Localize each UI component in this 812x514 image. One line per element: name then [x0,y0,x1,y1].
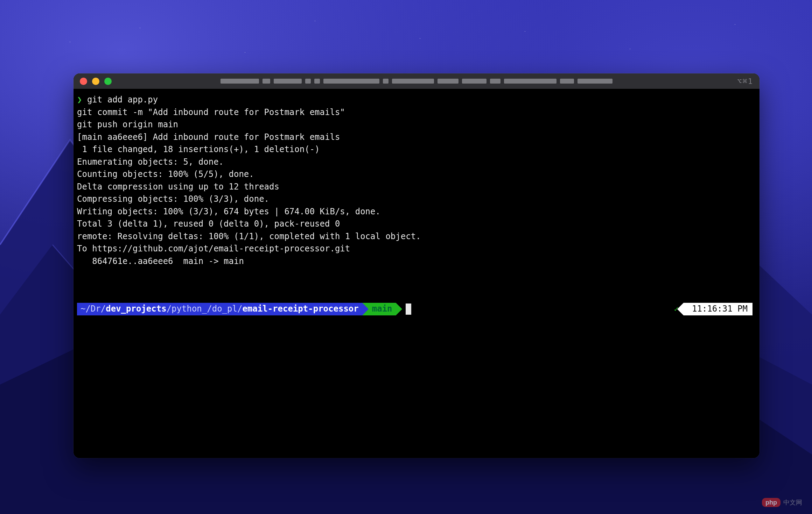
path-part: dev_projects [106,304,166,314]
output-line: Total 3 (delta 1), reused 0 (delta 0), p… [77,218,756,230]
output-line: Enumerating objects: 5, done. [77,156,756,169]
path-separator: / [167,304,172,314]
output-line: [main aa6eee6] Add inbound route for Pos… [77,131,756,144]
output-line: 1 file changed, 18 insertions(+), 1 dele… [77,143,756,156]
close-button[interactable] [80,78,87,85]
terminal-window[interactable]: ⌥⌘1 ❯ git add app.pygit commit -m "Add i… [74,73,760,458]
git-branch-label: main [372,303,392,315]
watermark-badge: php [762,498,780,507]
path-separator: / [101,304,106,314]
output-line: 864761e..aa6eee6 main -> main [77,255,756,268]
output-line: Compressing objects: 100% (3/3), done. [77,193,756,206]
prompt-time-segment: 11:16:31 PM [684,303,752,315]
prompt-right-status: ✓ 11:16:31 PM [674,303,756,315]
prompt-caret-icon: ❯ [77,95,82,105]
path-part: python_ [172,304,207,314]
cursor-block[interactable] [406,304,411,315]
output-line: Counting objects: 100% (5/5), done. [77,168,756,181]
command-line: git add app.py [87,95,158,105]
powerline-prompt[interactable]: ~/Dr/dev_projects/python_/do_pl/email-re… [77,303,756,315]
output-line: Writing objects: 100% (3/3), 674 bytes |… [77,206,756,218]
maximize-button[interactable] [104,78,112,85]
path-part: Dr [91,304,101,314]
output-line: remote: Resolving deltas: 100% (1/1), co… [77,230,756,243]
path-part: do_pl [212,304,237,314]
path-separator: / [207,304,212,314]
output-line: Delta compression using up to 12 threads [77,181,756,193]
terminal-output[interactable]: ❯ git add app.pygit commit -m "Add inbou… [74,89,760,458]
output-line: git push origin main [77,119,756,131]
path-separator: / [237,304,242,314]
traffic-lights [80,78,112,85]
output-line: To https://github.com/ajot/email-receipt… [77,243,756,255]
path-part: email-receipt-processor [242,304,358,314]
path-part: ~ [80,304,85,314]
titlebar-shortcut-indicator: ⌥⌘1 [737,77,753,86]
site-watermark: php 中文网 [762,498,802,507]
output-line: git commit -m "Add inbound route for Pos… [77,106,756,119]
prompt-time: 11:16:31 PM [692,303,748,315]
watermark-text: 中文网 [783,499,802,506]
window-title-blurred [220,79,612,84]
minimize-button[interactable] [92,78,99,85]
window-titlebar[interactable]: ⌥⌘1 [74,73,760,89]
path-separator: / [85,304,90,314]
prompt-path-segment: ~/Dr/dev_projects/python_/do_pl/email-re… [77,303,362,315]
